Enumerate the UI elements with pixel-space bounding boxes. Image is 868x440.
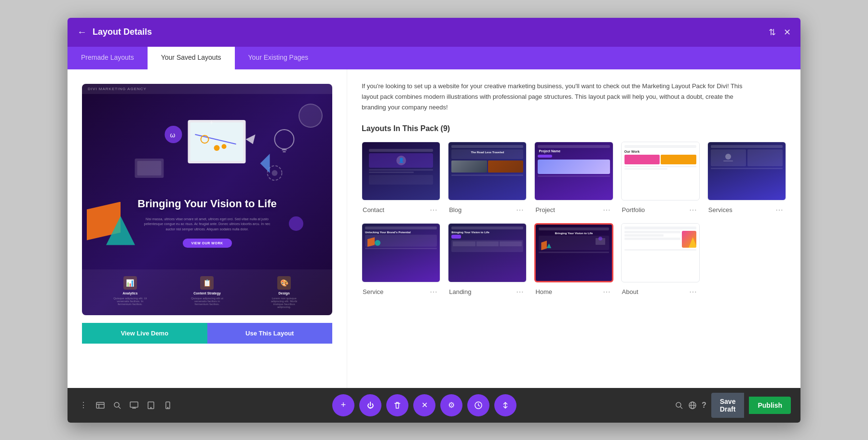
pack-layouts-title: Layouts In This Pack (9) xyxy=(362,124,786,133)
svg-text:ω: ω xyxy=(170,131,176,139)
layout-card-footer-services: Services ⋯ xyxy=(707,204,786,215)
layout-more-contact[interactable]: ⋯ xyxy=(428,204,439,215)
mobile-icon[interactable] xyxy=(162,397,174,414)
back-button[interactable]: ← xyxy=(77,27,87,38)
svg-point-16 xyxy=(214,145,220,151)
svg-point-27 xyxy=(150,407,151,408)
preview-subtitle: Nisi massa, ultrices vitae ornare sit am… xyxy=(140,217,275,232)
svg-point-14 xyxy=(272,170,278,176)
desktop-icon[interactable] xyxy=(128,397,140,414)
settings-button[interactable]: ⚙ xyxy=(440,394,462,416)
preview-title: Bringing Your Vision to Life xyxy=(137,197,276,211)
layout-more-service[interactable]: ⋯ xyxy=(428,286,439,297)
layout-name-home: Home xyxy=(535,288,552,295)
layout-card-footer-landing: Landing ⋯ xyxy=(448,286,527,297)
layout-name-contact: Contact xyxy=(363,206,384,213)
layout-name-blog: Blog xyxy=(449,206,461,213)
layout-name-landing: Landing xyxy=(449,288,471,295)
layout-card-footer-blog: Blog ⋯ xyxy=(448,204,527,215)
feature-content: 📋 Content Strategy Quisque adipiscing el… xyxy=(190,276,224,308)
layout-card-portfolio[interactable]: Our Work Portfolio ⋯ xyxy=(621,142,700,215)
trash-button[interactable] xyxy=(386,394,408,416)
save-draft-button[interactable]: Save Draft xyxy=(711,393,745,418)
layouts-grid: 👤 Contact ⋯ xyxy=(362,142,786,297)
layout-card-project[interactable]: Project Name Project ⋯ xyxy=(534,142,613,215)
layout-card-services[interactable]: Services ⋯ xyxy=(707,142,786,215)
feature-analytics: 📊 Analytics Quisque adipiscing elit. Ut … xyxy=(113,276,147,308)
layout-card-footer-contact: Contact ⋯ xyxy=(362,204,440,215)
publish-button[interactable]: Publish xyxy=(749,397,791,414)
layout-card-footer-service: Service ⋯ xyxy=(362,286,440,297)
layout-thumb-blog: The Road Less Traveled xyxy=(448,142,527,200)
preview-cta: VIEW OUR WORK xyxy=(183,239,232,248)
wireframe-icon[interactable] xyxy=(94,397,106,414)
power-button[interactable]: ⏻ xyxy=(359,394,381,416)
svg-rect-1 xyxy=(190,122,244,161)
svg-line-33 xyxy=(680,407,682,409)
layout-thumb-portfolio: Our Work xyxy=(621,142,700,200)
layout-more-about[interactable]: ⋯ xyxy=(687,286,699,297)
layout-card-service[interactable]: Unlocking Your Brand's Potential Service… xyxy=(362,223,440,297)
svg-text:+: + xyxy=(210,119,214,126)
layout-more-blog[interactable]: ⋯ xyxy=(514,204,526,215)
svg-point-29 xyxy=(167,407,168,408)
layout-more-portfolio[interactable]: ⋯ xyxy=(687,204,699,215)
view-live-demo-button[interactable]: View Live Demo xyxy=(82,323,207,344)
feature-design: 🎨 Design Lorem non quisque adipiscing el… xyxy=(267,276,301,308)
layout-card-landing[interactable]: Bringing Your Vision to Life xyxy=(448,223,527,297)
layout-card-blog[interactable]: The Road Less Traveled xyxy=(448,142,527,215)
layout-card-about[interactable]: About ⋯ xyxy=(621,223,700,297)
tabs-bar: Premade Layouts Your Saved Layouts Your … xyxy=(68,47,800,69)
sort-arrows-button[interactable] xyxy=(494,394,516,416)
analytics-icon: 📊 xyxy=(123,276,137,290)
toolbar-right: ? Save Draft Publish xyxy=(675,393,791,418)
layout-name-project: Project xyxy=(535,206,555,213)
svg-point-4 xyxy=(222,144,227,149)
layout-more-landing[interactable]: ⋯ xyxy=(514,286,526,297)
tablet-icon[interactable] xyxy=(145,397,157,414)
tab-saved-layouts[interactable]: Your Saved Layouts xyxy=(148,47,235,69)
content-label: Content Strategy xyxy=(193,292,220,295)
deco-circle-2 xyxy=(289,216,303,231)
layout-thumb-service: Unlocking Your Brand's Potential xyxy=(362,223,440,282)
svg-line-22 xyxy=(119,407,121,409)
layout-thumb-home: Bringing Your Vision to Life xyxy=(534,223,613,282)
close-icon[interactable]: ✕ xyxy=(784,27,791,38)
design-label: Design xyxy=(278,292,289,295)
layout-more-services[interactable]: ⋯ xyxy=(773,204,785,215)
more-options-icon[interactable]: ⋮ xyxy=(77,397,89,414)
globe-icon[interactable] xyxy=(688,397,697,414)
layout-thumb-contact: 👤 xyxy=(362,142,440,200)
header-actions: ⇅ ✕ xyxy=(769,27,791,38)
illustration-svg: ω xyxy=(92,115,323,192)
add-button[interactable]: + xyxy=(332,394,354,416)
layout-more-project[interactable]: ⋯ xyxy=(601,204,612,215)
search-right-icon[interactable] xyxy=(675,397,683,414)
bottom-toolbar: ⋮ xyxy=(68,388,800,423)
layout-more-home[interactable]: ⋯ xyxy=(601,286,612,297)
use-this-layout-button[interactable]: Use This Layout xyxy=(207,323,333,344)
preview-agency-label: DIVI MARKETING AGENCY xyxy=(82,84,332,94)
layout-name-about: About xyxy=(622,288,638,295)
layout-card-footer-home: Home ⋯ xyxy=(534,286,613,297)
close-x-button[interactable]: ✕ xyxy=(413,394,435,416)
analytics-label: Analytics xyxy=(122,292,137,295)
preview-illustration: ω xyxy=(92,115,323,192)
design-icon: 🎨 xyxy=(277,276,291,290)
help-icon[interactable]: ? xyxy=(702,397,706,414)
layout-card-footer-portfolio: Portfolio ⋯ xyxy=(621,204,700,215)
tab-existing-pages[interactable]: Your Existing Pages xyxy=(235,47,322,69)
layout-card-contact[interactable]: 👤 Contact ⋯ xyxy=(362,142,440,215)
preview-action-buttons: View Live Demo Use This Layout xyxy=(82,323,332,344)
design-desc: Lorem non quisque adipiscing elit. Morbi… xyxy=(267,297,301,308)
layout-details-modal: ← Layout Details ⇅ ✕ Premade Layouts You… xyxy=(68,18,800,423)
tab-premade-layouts[interactable]: Premade Layouts xyxy=(68,47,148,69)
layout-name-portfolio: Portfolio xyxy=(622,206,645,213)
history-button[interactable] xyxy=(467,394,489,416)
layout-card-footer-about: About ⋯ xyxy=(621,286,700,297)
sort-icon[interactable]: ⇅ xyxy=(769,27,776,38)
layout-card-home[interactable]: Bringing Your Vision to Life Home xyxy=(534,223,613,297)
modal-header: ← Layout Details ⇅ ✕ xyxy=(68,18,800,47)
search-icon[interactable] xyxy=(111,397,123,414)
layout-thumb-project: Project Name xyxy=(534,142,613,200)
